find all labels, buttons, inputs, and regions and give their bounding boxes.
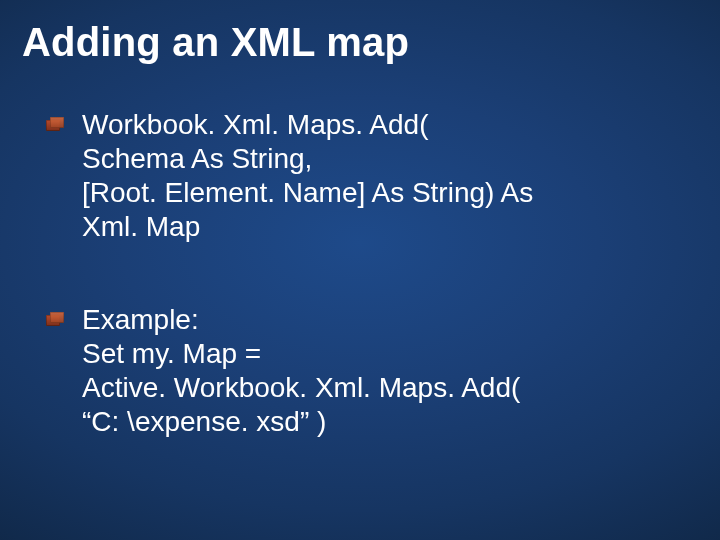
bullet-text: Workbook. Xml. Maps. Add( Schema As Stri… <box>82 108 533 245</box>
slide-title: Adding an XML map <box>22 20 409 65</box>
list-item: Workbook. Xml. Maps. Add( Schema As Stri… <box>46 108 680 245</box>
bullet-icon <box>46 313 64 329</box>
slide-body: Workbook. Xml. Maps. Add( Schema As Stri… <box>46 108 680 497</box>
bullet-icon <box>46 118 64 134</box>
bullet-text: Example: Set my. Map = Active. Workbook.… <box>82 303 520 440</box>
list-item: Example: Set my. Map = Active. Workbook.… <box>46 303 680 440</box>
slide: Adding an XML map Workbook. Xml. Maps. A… <box>0 0 720 540</box>
